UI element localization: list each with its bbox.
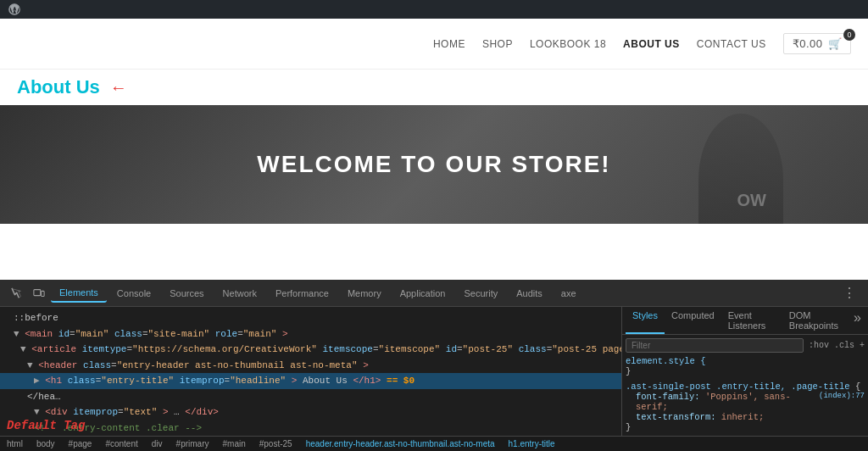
default-tag-label: Default Tag xyxy=(7,419,85,432)
tab-security[interactable]: Security xyxy=(455,285,506,302)
nav-home[interactable]: HOME xyxy=(433,38,465,50)
breadcrumb-primary[interactable]: #primary xyxy=(176,439,209,448)
tab-application[interactable]: Application xyxy=(392,285,454,302)
dom-node-header[interactable]: ▼ <header class="entry-header ast-no-thu… xyxy=(0,358,621,374)
breadcrumb-html[interactable]: html xyxy=(7,439,23,448)
dom-node-h1[interactable]: ▶ <h1 class="entry-title" itemprop="head… xyxy=(0,373,621,389)
devtools-statusbar: html body #page #content div #primary #m… xyxy=(0,436,868,451)
breadcrumb-h1-entry-title[interactable]: h1.entry-title xyxy=(509,439,555,448)
nav-shop[interactable]: SHOP xyxy=(482,38,513,50)
cart-icon: 🛒 xyxy=(828,37,843,50)
tab-styles[interactable]: Styles xyxy=(626,307,665,334)
cart-badge: 0 xyxy=(843,29,855,41)
arrow-icon: ← xyxy=(110,78,127,97)
tab-computed[interactable]: Computed xyxy=(665,307,721,334)
tab-memory[interactable]: Memory xyxy=(339,285,390,302)
hero-title: WELCOME TO OUR STORE! xyxy=(257,151,610,178)
tab-audits[interactable]: Audits xyxy=(508,285,551,302)
filter-pseudo-classes[interactable]: :hov .cls + xyxy=(809,341,865,350)
site-header: HOME SHOP LOOKBOOK 18 ABOUT US CONTACT U… xyxy=(0,19,868,70)
page-title-area: About Us ← xyxy=(0,70,868,105)
dom-node-article[interactable]: ▼ <article itemtype="https://schema.org/… xyxy=(0,342,621,358)
tab-elements[interactable]: Elements xyxy=(51,284,107,303)
styles-content: :hov .cls + element.style { } .ast-singl… xyxy=(622,335,868,436)
svg-rect-1 xyxy=(34,289,41,295)
dom-node-main[interactable]: ▼ <main id="main" class="site-main" role… xyxy=(0,326,621,342)
tab-console[interactable]: Console xyxy=(108,285,159,302)
tab-sources[interactable]: Sources xyxy=(161,285,212,302)
devtools-content: ::before ▼ <main id="main" class="site-m… xyxy=(0,307,868,436)
devtools-more-button[interactable]: ⋮ xyxy=(837,285,861,301)
css-rule-entry-title-1: .ast-single-post .entry-title, .page-tit… xyxy=(626,381,865,432)
device-toolbar-button[interactable] xyxy=(29,283,49,303)
styles-filter-input[interactable] xyxy=(626,338,804,353)
page-title: About Us ← xyxy=(17,76,851,98)
cart-button[interactable]: ₹0.00 🛒 0 xyxy=(783,33,851,54)
dom-node-div[interactable]: ▼ <div itemprop="text" > … </div> xyxy=(0,404,621,420)
svg-rect-2 xyxy=(42,291,45,296)
styles-tabs: Styles Computed Event Listeners DOM Brea… xyxy=(622,307,868,335)
tab-dom-breakpoints[interactable]: DOM Breakpoints xyxy=(782,307,850,334)
breadcrumb-entry-header[interactable]: header.entry-header.ast-no-thumbnail.ast… xyxy=(306,439,495,448)
tab-axe[interactable]: axe xyxy=(553,285,585,302)
styles-panel: Styles Computed Event Listeners DOM Brea… xyxy=(622,307,868,436)
dom-node-before[interactable]: ::before xyxy=(0,310,621,326)
nav-contact[interactable]: CONTACT US xyxy=(697,38,766,50)
elements-panel[interactable]: ::before ▼ <main id="main" class="site-m… xyxy=(0,307,622,436)
wp-admin-bar xyxy=(0,0,868,19)
devtools-panel: Elements Console Sources Network Perform… xyxy=(0,280,868,451)
styles-filter-row: :hov .cls + xyxy=(626,338,865,353)
tab-performance[interactable]: Performance xyxy=(267,285,337,302)
breadcrumb-div[interactable]: div xyxy=(152,439,163,448)
breadcrumb-main[interactable]: #main xyxy=(222,439,245,448)
tab-network[interactable]: Network xyxy=(214,285,265,302)
breadcrumb-page[interactable]: #page xyxy=(69,439,92,448)
breadcrumb-post25[interactable]: #post-25 xyxy=(259,439,292,448)
page-title-text: About Us xyxy=(17,76,100,98)
nav-links: HOME SHOP LOOKBOOK 18 ABOUT US CONTACT U… xyxy=(433,33,851,54)
wp-logo-icon[interactable] xyxy=(7,2,22,17)
nav-about[interactable]: ABOUT US xyxy=(623,38,680,50)
breadcrumb-body[interactable]: body xyxy=(36,439,55,448)
hero-banner: WELCOME TO OUR STORE! OW xyxy=(0,105,868,224)
cart-price: ₹0.00 xyxy=(793,37,823,50)
website-preview: HOME SHOP LOOKBOOK 18 ABOUT US CONTACT U… xyxy=(0,19,868,280)
nav-lookbook[interactable]: LOOKBOOK 18 xyxy=(530,38,606,50)
dom-node-comment1[interactable]: <!-- .entry-content .clear --> xyxy=(0,420,621,437)
brand-watermark: OW xyxy=(737,191,766,210)
css-rule-element-style: element.style { } xyxy=(626,356,865,376)
dom-node-header-close[interactable]: </hea… xyxy=(0,389,621,405)
styles-more-button[interactable]: » xyxy=(850,307,865,334)
tab-event-listeners[interactable]: Event Listeners xyxy=(721,307,782,334)
breadcrumb-content[interactable]: #content xyxy=(105,439,137,448)
inspect-element-button[interactable] xyxy=(7,283,27,303)
devtools-toolbar: Elements Console Sources Network Perform… xyxy=(0,280,868,307)
